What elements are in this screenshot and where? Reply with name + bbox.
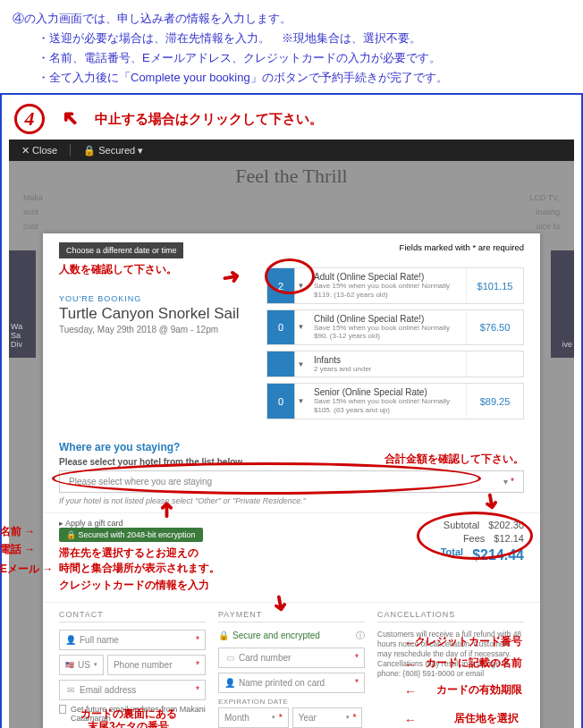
hotel-note: If your hotel is not listed please selec… [59, 496, 524, 505]
encryption-badge: 🔒 Secured with 2048-bit encryption [59, 528, 203, 542]
qty-hint: 人数を確認して下さい。 [59, 262, 177, 277]
side-name: 名前 → [0, 524, 35, 539]
total-hint: 合計金額を確認して下さい。 [384, 452, 524, 467]
ccexp-hint: カードの有効期限 [436, 682, 522, 698]
change-date-button[interactable]: Choose a different date or time [59, 242, 183, 258]
ccname-hint: カードに記載の名前 [426, 656, 522, 671]
phone-cc-select[interactable]: 🇺🇸US▾ [59, 655, 104, 675]
mail-icon: ✉ [65, 685, 76, 695]
payment-head: PAYMENT [218, 610, 365, 622]
required-note: Fields marked with * are required [400, 242, 524, 258]
price-row-senior: 0▼ Senior (Online Special Rate)Save 15% … [266, 383, 524, 419]
cardnumber-input[interactable]: ▭Card number* [218, 648, 365, 668]
cancel-hint: 中止する場合はクリックして下さい。 [95, 111, 323, 128]
stay-heading: Where are you staying? [59, 441, 244, 453]
fullname-input[interactable]: 👤Full name* [59, 630, 206, 650]
arrow-cccountry: ← [404, 714, 417, 726]
youre-booking-label: YOU'RE BOOKING [59, 294, 256, 303]
instr-2: ・送迎が必要な場合は、滞在先情報を入力。 ※現地集合は、選択不要。 [13, 29, 570, 48]
qty-infant[interactable]: ▼ [267, 351, 307, 377]
arrow-qty: ➜ [220, 265, 241, 289]
arrow-stay: ➜ [156, 501, 177, 519]
exp-label: EXPIRATION DATE [218, 698, 365, 706]
lock-icon: 🔒 [218, 631, 229, 640]
user-icon: 👤 [224, 678, 235, 688]
secure-encrypted: 🔒Secure and encrypted ⓘ [218, 630, 365, 642]
cancel-head: CANCELLATIONS [377, 610, 524, 622]
exp-month-select[interactable]: Month▾* [218, 707, 289, 728]
modal-topbar: ✕ Close 🔒 Secured ▾ [9, 140, 574, 161]
side-email: Eメール → [0, 562, 53, 577]
stay-hint-2: 時間と集合場所が表示されます。 [59, 562, 220, 574]
total-highlight [417, 512, 533, 560]
user-icon: 👤 [65, 635, 76, 645]
price-row-child: 0▼ Child (Online Special Rate!)Save 15% … [266, 309, 524, 345]
booking-title: Turtle Canyon Snorkel Sail [59, 305, 256, 323]
card-icon: ▭ [224, 653, 235, 663]
step-badge: 4 [14, 104, 45, 134]
page-title: Feel the Thrill [9, 161, 574, 191]
booking-date: Tuesday, May 29th 2018 @ 9am - 12pm [59, 325, 256, 334]
contact-head: CONTACT [59, 610, 206, 622]
cardname-input[interactable]: 👤Name printed on card* [218, 673, 365, 693]
arrow-total: ➜ [479, 490, 503, 512]
exp-year-select[interactable]: Year▾* [292, 707, 363, 728]
close-button[interactable]: ✕ Close [21, 145, 57, 157]
arrow-ccname: ← [404, 658, 417, 671]
side-phone: 電話 → [0, 542, 35, 557]
secured-indicator: 🔒 Secured ▾ [83, 145, 143, 157]
hotel-highlight [52, 462, 481, 495]
arrow-ccexp: ← [404, 685, 417, 698]
email-input[interactable]: ✉Email address* [59, 680, 206, 700]
instr-1: ④の入力画面では、申し込み者の情報を入力します。 [13, 9, 570, 29]
cc-hint: クレジットカードの情報を入力 [59, 578, 428, 593]
price-row-infant: ▼ Infants2 years and under [266, 351, 524, 378]
booking-modal: Choose a different date or time Fields m… [43, 233, 540, 728]
qty-child[interactable]: 0▼ [267, 310, 307, 344]
cvc-hint-2: 末尾3ケタの番号 [88, 719, 169, 728]
ccnum-hint: クレジットカード番号 [415, 634, 522, 649]
phone-input[interactable]: Phone number* [107, 655, 206, 675]
stay-hint-1: 滞在先を選択するとお迎えの [59, 546, 199, 559]
qty-senior[interactable]: 0▼ [267, 384, 307, 418]
arrow-payment: ➜ [268, 592, 292, 614]
instr-4: ・全て入力後に「Complete your booking」のボタンで予約手続き… [13, 68, 570, 88]
arrow-cancel: ➜ [55, 106, 83, 133]
instr-3: ・名前、電話番号、Eメールアドレス、クレジットカードの入力が必要です。 [13, 48, 570, 68]
gift-card-toggle[interactable]: ▸ Apply a gift card [59, 519, 428, 528]
cccountry-hint: 居住地を選択 [454, 711, 519, 726]
